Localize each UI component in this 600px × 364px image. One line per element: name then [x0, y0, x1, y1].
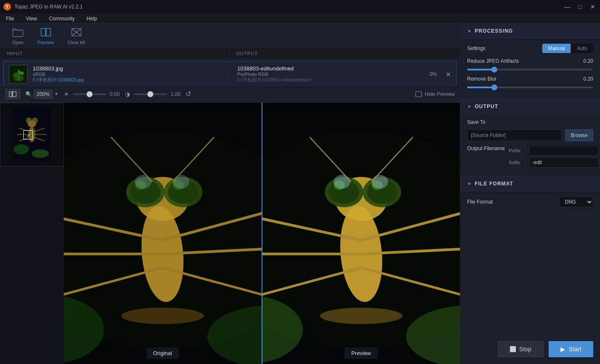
right-panel: ▼ PROCESSING Settings Manual Auto Reduce…: [460, 24, 600, 364]
output-colorspace: ProPhoto RGB: [237, 72, 425, 77]
processing-section-header[interactable]: ▼ PROCESSING: [460, 24, 600, 39]
suffix-input[interactable]: [529, 157, 599, 168]
output-column-header: OUTPUT: [229, 48, 460, 59]
prefix-label: Prefix: [509, 148, 526, 153]
preview-label: Preview: [344, 347, 377, 359]
format-label: File Format: [467, 199, 493, 205]
original-preview: Original: [64, 103, 262, 364]
processing-title: PROCESSING: [475, 28, 513, 34]
file-input-info: 1038803.jpg sRGB F:/手机照片/1038803.jpg: [33, 65, 220, 83]
thumbnail-navigator[interactable]: [0, 103, 64, 166]
menu-view[interactable]: View: [23, 15, 39, 22]
open-icon: [12, 26, 24, 38]
remove-blur-label: Remove Blur: [467, 76, 496, 82]
fileformat-title: FILE FORMAT: [475, 181, 513, 187]
settings-label: Settings: [467, 45, 485, 51]
stop-icon: [510, 346, 516, 352]
svg-point-63: [333, 175, 350, 188]
menubar: File View Community Help: [0, 14, 600, 24]
svg-point-64: [372, 175, 388, 188]
output-file-name: 1038803-editundefined: [237, 65, 425, 72]
fileformat-chevron: ▼: [467, 182, 471, 186]
remove-file-button[interactable]: ✕: [445, 70, 451, 78]
output-chevron: ▼: [467, 104, 471, 109]
svg-point-26: [14, 144, 29, 154]
preview-area: 🔍 200% ▼ ☀ 0.00 ◑ 1.00 ↺: [0, 86, 460, 364]
prefix-input[interactable]: [529, 146, 599, 156]
manual-auto-toggle: Manual Auto: [542, 44, 593, 53]
file-list-area: INPUT OUTPUT 10388: [0, 48, 460, 86]
svg-point-50: [121, 308, 204, 324]
reduce-artifacts-slider[interactable]: [467, 69, 593, 70]
input-column-header: INPUT: [0, 48, 229, 59]
svg-point-27: [32, 149, 49, 158]
format-content: File Format DNG TIFF PNG: [460, 191, 600, 213]
file-divider: [228, 65, 229, 84]
svg-point-39: [173, 175, 189, 188]
file-output-info: 1038803-editundefined ProPhoto RGB F:/手机…: [237, 65, 425, 83]
svg-rect-14: [416, 92, 422, 97]
preview-button[interactable]: Preview: [32, 24, 59, 48]
file-progress: 0%: [430, 71, 437, 77]
brightness-slider[interactable]: [73, 93, 107, 95]
preview-images: Original: [0, 103, 460, 364]
zoom-out-icon[interactable]: 🔍: [25, 91, 32, 97]
browse-button[interactable]: Browse: [565, 129, 593, 141]
reset-button[interactable]: ↺: [186, 90, 191, 98]
minimize-button[interactable]: —: [563, 3, 571, 10]
save-to-label: Save To: [467, 119, 505, 125]
original-label: Original: [146, 347, 179, 359]
open-button[interactable]: Open: [7, 24, 29, 48]
svg-point-18: [26, 118, 32, 123]
suffix-label: Suffix: [509, 160, 526, 165]
file-colorspace: sRGB: [33, 72, 220, 77]
remove-blur-slider[interactable]: [467, 87, 593, 88]
titlebar: T Topaz JPEG to RAW AI v2.2.1 — □ ✕: [0, 0, 600, 14]
svg-point-75: [320, 308, 403, 324]
reduce-artifacts-label: Reduce JPEG Artifacts: [467, 58, 519, 64]
svg-rect-2: [46, 28, 51, 36]
save-to-input[interactable]: [467, 129, 562, 141]
menu-help[interactable]: Help: [84, 15, 100, 22]
filename-fields: Prefix Suffix: [509, 146, 599, 168]
clearall-button[interactable]: Clear All: [62, 24, 90, 48]
close-button[interactable]: ✕: [589, 3, 597, 10]
start-button[interactable]: ▶ Start: [549, 341, 593, 357]
brightness-control: ☀ 0.00: [64, 91, 120, 98]
output-title: OUTPUT: [475, 104, 498, 109]
output-section-header[interactable]: ▼ OUTPUT: [460, 99, 600, 114]
contrast-icon: ◑: [125, 91, 130, 98]
file-thumbnail: [9, 65, 28, 84]
file-name: 1038803.jpg: [33, 65, 220, 72]
fileformat-section-header[interactable]: ▼ FILE FORMAT: [460, 176, 600, 191]
maximize-button[interactable]: □: [576, 3, 584, 10]
contrast-slider[interactable]: [133, 93, 167, 95]
zoom-level[interactable]: 200%: [34, 90, 53, 99]
compare-view-button[interactable]: [5, 89, 20, 99]
processing-content: Settings Manual Auto Reduce JPEG Artifac…: [460, 39, 600, 99]
file-path: F:/手机照片/1038803.jpg: [33, 77, 220, 83]
output-content: Save To Browse Output Filename Prefix Su…: [460, 114, 600, 176]
stop-button[interactable]: Stop: [498, 341, 544, 357]
manual-button[interactable]: Manual: [542, 44, 571, 53]
preview-toolbar: 🔍 200% ▼ ☀ 0.00 ◑ 1.00 ↺: [0, 86, 460, 103]
reduce-artifacts-row: Reduce JPEG Artifacts 0.20: [467, 58, 593, 72]
preview-icon: [40, 26, 52, 38]
zoom-dropdown-icon[interactable]: ▼: [54, 92, 59, 96]
auto-button[interactable]: Auto: [571, 44, 593, 53]
file-row: 1038803.jpg sRGB F:/手机照片/1038803.jpg 103…: [3, 61, 456, 86]
bottom-buttons: Stop ▶ Start: [460, 334, 600, 364]
app-logo: T: [3, 3, 11, 11]
menu-community[interactable]: Community: [46, 15, 77, 22]
format-select[interactable]: DNG TIFF PNG: [559, 196, 593, 207]
hide-preview-button[interactable]: Hide Preview: [415, 91, 455, 97]
svg-rect-1: [41, 28, 45, 36]
processing-chevron: ▼: [467, 29, 471, 34]
svg-point-19: [32, 118, 38, 123]
menu-file[interactable]: File: [3, 15, 17, 22]
reduce-artifacts-value: 0.20: [583, 58, 593, 64]
brightness-icon: ☀: [64, 91, 69, 98]
remove-blur-row: Remove Blur 0.20: [467, 76, 593, 90]
svg-rect-0: [13, 30, 23, 36]
preview-split: Original: [64, 103, 460, 364]
